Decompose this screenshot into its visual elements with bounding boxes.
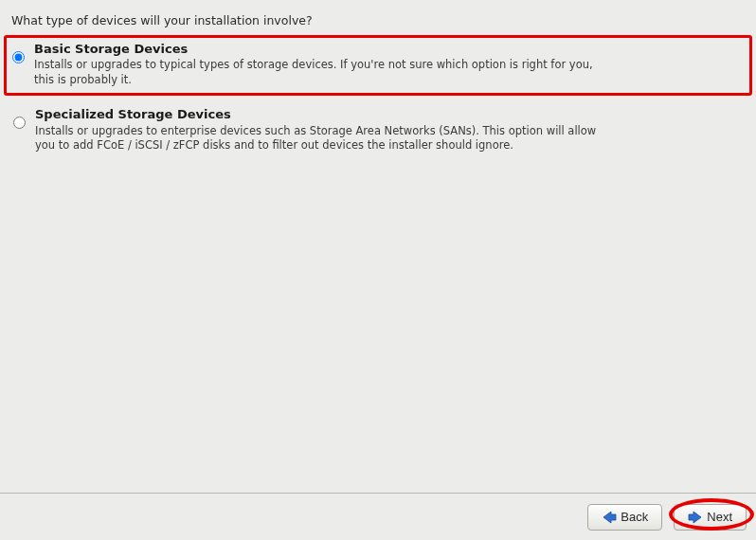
arrow-left-icon bbox=[602, 511, 617, 524]
arrow-right-icon bbox=[688, 511, 703, 524]
option-description: Installs or upgrades to enterprise devic… bbox=[35, 124, 603, 153]
option-title: Basic Storage Devices bbox=[34, 42, 740, 57]
option-basic-storage[interactable]: Basic Storage Devices Installs or upgrad… bbox=[4, 35, 752, 96]
option-description: Installs or upgrades to typical types of… bbox=[34, 58, 603, 87]
radio-specialized-storage[interactable] bbox=[13, 117, 26, 129]
option-specialized-storage[interactable]: Specialized Storage Devices Installs or … bbox=[6, 101, 750, 160]
wizard-footer: Back Next bbox=[0, 493, 756, 540]
back-button-label: Back bbox=[621, 510, 648, 524]
option-title: Specialized Storage Devices bbox=[35, 107, 739, 122]
radio-basic-storage[interactable] bbox=[12, 51, 25, 63]
next-button-label: Next bbox=[707, 510, 732, 524]
back-button[interactable]: Back bbox=[587, 504, 662, 531]
page-title: What type of devices will your installat… bbox=[0, 0, 756, 35]
next-button[interactable]: Next bbox=[674, 504, 747, 531]
